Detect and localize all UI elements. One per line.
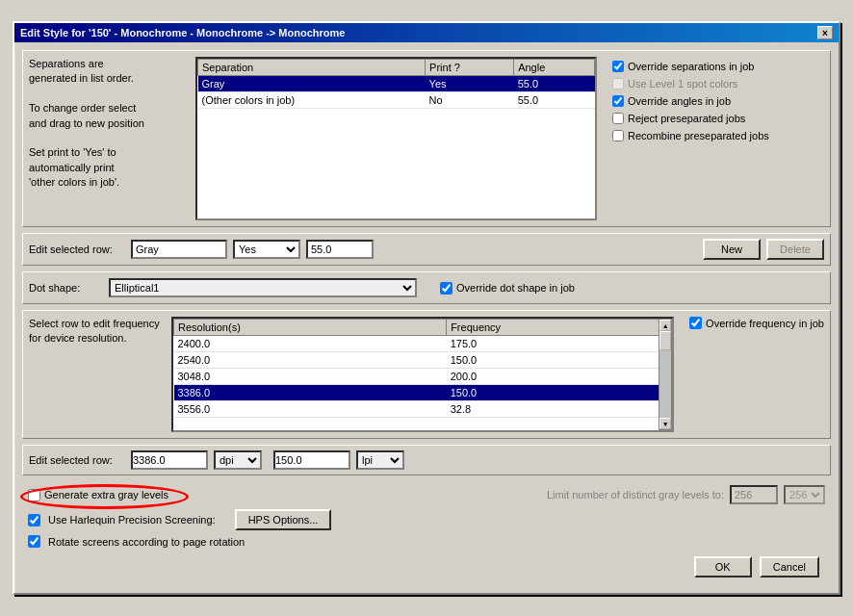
dialog-title: Edit Style for '150' - Monochrome - Mono…	[20, 27, 345, 38]
ok-cancel-row: OK Cancel	[28, 552, 825, 581]
cancel-button[interactable]: Cancel	[760, 556, 819, 578]
table-row[interactable]: 3048.0200.0	[174, 369, 672, 385]
edit-separation-row: Edit selected row: Yes No New Delete	[22, 233, 831, 266]
use-harlequin-checkbox[interactable]	[28, 514, 40, 526]
table-row[interactable]: 3386.0150.0	[174, 385, 672, 401]
use-level1-row: Use Level 1 spot colors	[612, 78, 824, 90]
dot-shape-select[interactable]: Elliptical1 Round Diamond Euclidean	[109, 278, 417, 297]
gray-levels-limit-label: Limit number of distinct gray levels to:	[547, 489, 724, 500]
use-harlequin-label: Use Harlequin Precision Screening:	[48, 514, 216, 526]
separations-info: Separations are generated in list order.…	[29, 57, 188, 191]
angle-input[interactable]	[306, 240, 374, 259]
ok-button[interactable]: OK	[694, 556, 752, 578]
gray-levels-row: Generate extra gray levels Limit number …	[28, 485, 825, 504]
table-row[interactable]: (Other colors in job)No55.0	[198, 92, 595, 109]
edit-row2-label: Edit selected row:	[29, 454, 125, 466]
override-angles-checkbox[interactable]	[612, 95, 624, 107]
dpi-select[interactable]: dpi	[214, 450, 262, 470]
resolution-info: Select row to edit frequency for device …	[29, 317, 164, 346]
separation-name-input[interactable]	[131, 240, 227, 259]
reject-preseparated-checkbox[interactable]	[612, 113, 624, 124]
override-separations-label: Override separations in job	[628, 61, 754, 72]
res-table-scrollbar[interactable]: ▲ ▼	[659, 319, 672, 430]
resolution-value-input[interactable]	[131, 450, 208, 470]
override-angles-row: Override angles in job	[612, 95, 824, 107]
dot-shape-section: Dot shape: Elliptical1 Round Diamond Euc…	[22, 271, 831, 304]
recombine-preseparated-label: Recombine preseparated jobs	[628, 130, 769, 141]
gray-levels-annotation: Generate extra gray levels	[28, 489, 168, 501]
frequency-value-input[interactable]	[273, 450, 350, 470]
scroll-down-btn[interactable]: ▼	[659, 418, 671, 429]
edit-row1-label: Edit selected row:	[29, 244, 125, 255]
dot-shape-label: Dot shape:	[29, 282, 101, 294]
table-row[interactable]: 3556.032.8	[174, 401, 672, 418]
resolution-section: Select row to edit frequency for device …	[22, 310, 831, 439]
new-button[interactable]: New	[703, 239, 761, 260]
use-level1-label: Use Level 1 spot colors	[628, 78, 737, 90]
reject-preseparated-label: Reject preseparated jobs	[628, 113, 745, 124]
override-dot-shape-label: Override dot shape in job	[456, 282, 575, 294]
hps-row: Use Harlequin Precision Screening: HPS O…	[28, 509, 825, 530]
hps-options-button[interactable]: HPS Options...	[235, 509, 332, 530]
separations-section: Separations are generated in list order.…	[22, 50, 831, 227]
gray-levels-dropdown[interactable]: 256	[784, 485, 825, 504]
use-level1-checkbox[interactable]	[612, 78, 624, 90]
table-row[interactable]: 2400.0175.0	[174, 336, 672, 352]
recombine-preseparated-row: Recombine preseparated jobs	[612, 130, 824, 141]
rotate-screens-row: Rotate screens according to page rotatio…	[28, 535, 825, 548]
generate-gray-levels-label: Generate extra gray levels	[44, 489, 168, 500]
col-resolution: Resolution(s)	[174, 320, 447, 336]
resolution-table[interactable]: Resolution(s) Frequency 2400.0175.02540.…	[171, 317, 674, 432]
gray-levels-value-input[interactable]	[730, 485, 778, 504]
override-dot-shape-checkbox[interactable]	[440, 282, 452, 295]
override-frequency-checkbox[interactable]	[689, 317, 702, 329]
recombine-preseparated-checkbox[interactable]	[612, 130, 624, 141]
col-separation: Separation	[198, 60, 426, 76]
override-angles-label: Override angles in job	[628, 95, 731, 107]
title-bar: Edit Style for '150' - Monochrome - Mono…	[14, 23, 839, 42]
scroll-up-btn[interactable]: ▲	[659, 320, 671, 331]
col-angle: Angle	[514, 60, 595, 76]
override-separations-checkbox[interactable]	[612, 61, 624, 72]
col-print: Print ?	[426, 60, 514, 76]
reject-preseparated-row: Reject preseparated jobs	[612, 113, 824, 124]
generate-gray-levels-checkbox[interactable]	[28, 489, 40, 501]
close-button[interactable]: ×	[817, 26, 833, 39]
col-frequency: Frequency	[447, 320, 672, 336]
delete-button[interactable]: Delete	[766, 239, 824, 260]
override-separations-row: Override separations in job	[612, 61, 824, 72]
print-select[interactable]: Yes No	[233, 240, 300, 259]
bottom-section: Generate extra gray levels Limit number …	[22, 481, 831, 585]
rotate-screens-label: Rotate screens according to page rotatio…	[48, 536, 245, 548]
table-row[interactable]: GrayYes55.0	[198, 76, 595, 92]
scroll-thumb[interactable]	[659, 331, 671, 350]
options-checkboxes: Override separations in job Use Level 1 …	[612, 61, 824, 141]
lpi-select[interactable]: lpi	[356, 450, 404, 470]
table-row[interactable]: 2540.0150.0	[174, 352, 672, 369]
edit-resolution-row: Edit selected row: dpi lpi	[22, 445, 831, 475]
override-frequency-label: Override frequency in job	[706, 318, 824, 329]
separations-table[interactable]: Separation Print ? Angle GrayYes55.0(Oth…	[195, 57, 597, 220]
scroll-track	[659, 331, 671, 418]
main-dialog: Edit Style for '150' - Monochrome - Mono…	[13, 21, 840, 595]
rotate-screens-checkbox[interactable]	[28, 535, 40, 548]
